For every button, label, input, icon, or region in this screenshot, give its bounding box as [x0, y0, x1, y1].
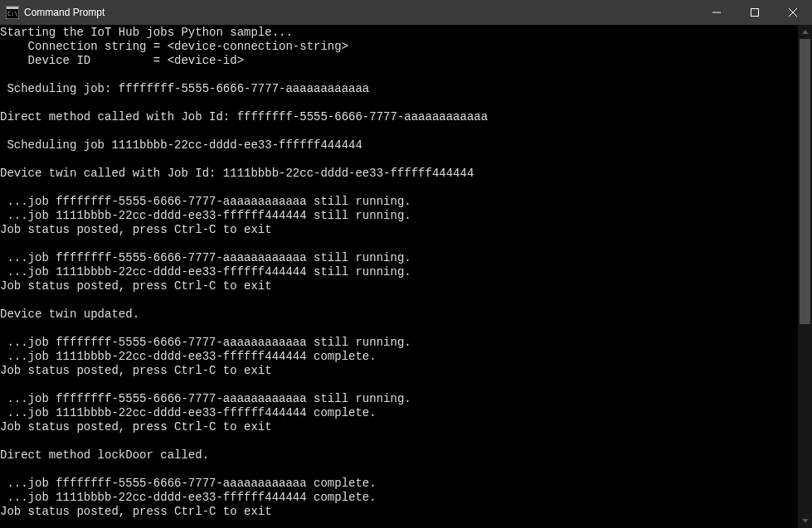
- svg-marker-7: [802, 30, 809, 34]
- terminal-line: Job status posted, press Ctrl-C to exit: [0, 420, 798, 434]
- minimize-button[interactable]: [698, 0, 736, 25]
- terminal-line: Device twin called with Job Id: 1111bbbb…: [0, 167, 798, 181]
- terminal-line: [0, 237, 798, 251]
- terminal-line: Direct method called with Job Id: ffffff…: [0, 110, 798, 124]
- cmd-icon: C:\: [6, 6, 19, 19]
- terminal-line: [0, 322, 798, 336]
- terminal-output[interactable]: Starting the IoT Hub jobs Python sample.…: [0, 25, 798, 528]
- terminal-line: [0, 124, 798, 138]
- terminal-line: ...job ffffffff-5555-6666-7777-aaaaaaaaa…: [0, 251, 798, 265]
- scroll-up-arrow[interactable]: [798, 25, 812, 39]
- terminal-line: Job status posted, press Ctrl-C to exit: [0, 505, 798, 519]
- svg-marker-8: [802, 519, 809, 523]
- terminal-line: [0, 68, 798, 82]
- terminal-line: ...job 1111bbbb-22cc-dddd-ee33-ffffff444…: [0, 350, 798, 364]
- terminal-line: ...job 1111bbbb-22cc-dddd-ee33-ffffff444…: [0, 265, 798, 279]
- scrollbar-track[interactable]: [798, 39, 812, 514]
- terminal-line: ...job ffffffff-5555-6666-7777-aaaaaaaaa…: [0, 336, 798, 350]
- terminal-line: Direct method lockDoor called.: [0, 448, 798, 463]
- terminal-line: ...job 1111bbbb-22cc-dddd-ee33-ffffff444…: [0, 491, 798, 505]
- terminal-line: [0, 434, 798, 448]
- window-titlebar[interactable]: C:\ Command Prompt: [0, 0, 812, 25]
- terminal-line: ...job ffffffff-5555-6666-7777-aaaaaaaaa…: [0, 195, 798, 209]
- terminal-line: Scheduling job: ffffffff-5555-6666-7777-…: [0, 82, 798, 96]
- terminal-line: ...job 1111bbbb-22cc-dddd-ee33-ffffff444…: [0, 209, 798, 223]
- terminal-line: ...job 1111bbbb-22cc-dddd-ee33-ffffff444…: [0, 406, 798, 420]
- terminal-line: Device twin updated.: [0, 308, 798, 322]
- terminal-line: Scheduling job 1111bbbb-22cc-dddd-ee33-f…: [0, 138, 798, 153]
- close-button[interactable]: [774, 0, 812, 25]
- terminal-line: Device ID = <device-id>: [0, 54, 798, 68]
- terminal-line: [0, 378, 798, 392]
- terminal-line: [0, 181, 798, 195]
- vertical-scrollbar[interactable]: [798, 25, 812, 528]
- window-controls: [698, 0, 812, 25]
- window-title: Command Prompt: [24, 7, 105, 18]
- terminal-line: Starting the IoT Hub jobs Python sample.…: [0, 26, 798, 40]
- svg-text:C:\: C:\: [7, 11, 18, 17]
- terminal-line: [0, 463, 798, 477]
- terminal-line: [0, 153, 798, 167]
- svg-rect-1: [7, 7, 18, 9]
- terminal-line: [0, 519, 798, 528]
- terminal-line: Connection string = <device-connection-s…: [0, 40, 798, 54]
- scroll-down-arrow[interactable]: [798, 514, 812, 528]
- maximize-button[interactable]: [736, 0, 774, 25]
- terminal-line: [0, 293, 798, 308]
- svg-rect-4: [751, 9, 759, 17]
- terminal-line: ...job ffffffff-5555-6666-7777-aaaaaaaaa…: [0, 477, 798, 491]
- terminal-line: Job status posted, press Ctrl-C to exit: [0, 364, 798, 378]
- terminal-line: Job status posted, press Ctrl-C to exit: [0, 223, 798, 237]
- terminal-line: ...job ffffffff-5555-6666-7777-aaaaaaaaa…: [0, 392, 798, 406]
- terminal-line: [0, 96, 798, 110]
- content-area: Starting the IoT Hub jobs Python sample.…: [0, 25, 812, 528]
- terminal-line: Job status posted, press Ctrl-C to exit: [0, 279, 798, 293]
- scrollbar-thumb[interactable]: [800, 39, 810, 324]
